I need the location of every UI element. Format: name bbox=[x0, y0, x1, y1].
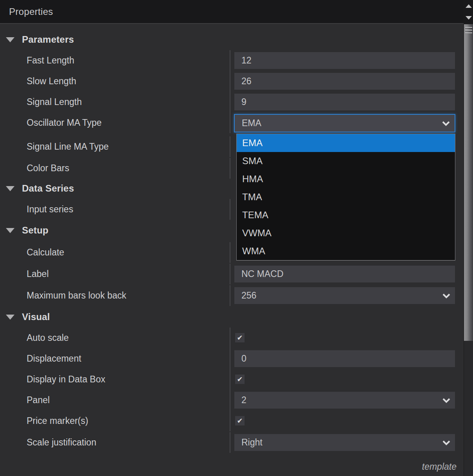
scrollbar-button-box bbox=[464, 0, 473, 24]
field-label: Scale justification bbox=[27, 432, 96, 453]
collapse-triangle-icon bbox=[6, 186, 14, 191]
displacement-input[interactable]: 0 bbox=[234, 350, 455, 367]
dropdown-option-vwma[interactable]: VWMA bbox=[237, 224, 455, 242]
auto-scale-checkbox[interactable]: ✔ bbox=[235, 333, 245, 342]
field-label: Signal Length bbox=[27, 92, 82, 112]
field-label: Signal Line MA Type bbox=[27, 136, 109, 157]
scrollbar-track[interactable] bbox=[464, 24, 473, 476]
field-label: Oscillator MA Type bbox=[27, 112, 101, 133]
field-value: 2 bbox=[234, 395, 246, 405]
field-label: Price marker(s) bbox=[27, 411, 88, 431]
arrow-down-icon bbox=[466, 16, 472, 20]
field-label: Display in Data Box bbox=[27, 369, 105, 390]
fast-length-input[interactable]: 12 bbox=[234, 52, 455, 69]
dropdown-option-sma[interactable]: SMA bbox=[237, 152, 455, 170]
field-value: NC MACD bbox=[234, 269, 283, 279]
scroll-down-button[interactable] bbox=[464, 12, 473, 24]
slow-length-input[interactable]: 26 bbox=[234, 73, 455, 90]
field-label: Input series bbox=[27, 199, 73, 220]
checkmark-icon: ✔ bbox=[237, 417, 243, 424]
row-slow-length: Slow Length 26 bbox=[0, 71, 464, 92]
row-label: Label NC MACD bbox=[0, 264, 464, 284]
collapse-triangle-icon bbox=[6, 228, 14, 233]
price-markers-checkbox[interactable]: ✔ bbox=[235, 416, 245, 425]
properties-panel: Properties Parameters Fast Length 12 Slo… bbox=[0, 0, 473, 476]
combobox-value: EMA bbox=[235, 118, 261, 129]
chevron-down-icon bbox=[442, 293, 450, 299]
section-title: Parameters bbox=[22, 34, 74, 45]
chevron-down-icon bbox=[442, 440, 450, 445]
row-scale-justification: Scale justification Right bbox=[0, 432, 464, 453]
field-label: Panel bbox=[27, 390, 50, 411]
section-title: Data Series bbox=[22, 183, 74, 194]
field-label: Calculate bbox=[27, 242, 64, 263]
row-maximum-bars-look-back: Maximum bars look back 256 bbox=[0, 285, 464, 306]
field-label: Fast Length bbox=[27, 50, 74, 71]
titlebar: Properties bbox=[0, 0, 464, 24]
field-label: Label bbox=[27, 264, 49, 284]
panel-title: Properties bbox=[0, 6, 53, 17]
section-visual[interactable]: Visual bbox=[0, 308, 464, 326]
row-displacement: Displacement 0 bbox=[0, 348, 464, 369]
chevron-down-icon bbox=[442, 121, 450, 126]
display-in-data-box-checkbox[interactable]: ✔ bbox=[235, 375, 245, 384]
dropdown-option-hma[interactable]: HMA bbox=[237, 170, 455, 188]
signal-length-input[interactable]: 9 bbox=[234, 94, 455, 110]
maximum-bars-select[interactable]: 256 bbox=[234, 287, 455, 304]
field-label: Slow Length bbox=[27, 71, 76, 92]
row-fast-length: Fast Length 12 bbox=[0, 50, 464, 71]
scrollbar-thumb[interactable] bbox=[464, 24, 473, 341]
grip-icon bbox=[465, 27, 472, 34]
oscillator-ma-type-dropdown-list: EMA SMA HMA TMA TEMA VWMA WMA bbox=[236, 134, 455, 261]
panel-select[interactable]: 2 bbox=[234, 392, 455, 409]
field-value: 9 bbox=[234, 97, 246, 107]
arrow-up-icon bbox=[466, 4, 472, 8]
chevron-down-icon bbox=[442, 398, 450, 403]
scroll-up-button[interactable] bbox=[464, 0, 473, 12]
collapse-triangle-icon bbox=[6, 37, 14, 42]
section-title: Setup bbox=[22, 225, 49, 236]
collapse-triangle-icon bbox=[6, 315, 14, 320]
field-label: Auto scale bbox=[27, 328, 69, 348]
field-value: 26 bbox=[234, 76, 252, 87]
scale-justification-select[interactable]: Right bbox=[234, 434, 455, 451]
field-value: 256 bbox=[234, 290, 256, 301]
field-value: Right bbox=[234, 437, 263, 448]
dropdown-option-tma[interactable]: TMA bbox=[237, 188, 455, 206]
row-price-markers: Price marker(s) ✔ bbox=[0, 411, 464, 431]
row-display-in-data-box: Display in Data Box ✔ bbox=[0, 369, 464, 390]
row-panel: Panel 2 bbox=[0, 390, 464, 411]
field-value: 0 bbox=[234, 353, 246, 364]
template-label: template bbox=[300, 462, 457, 472]
field-label: Displacement bbox=[27, 348, 81, 369]
dropdown-option-ema[interactable]: EMA bbox=[237, 134, 455, 152]
label-input[interactable]: NC MACD bbox=[234, 266, 455, 282]
field-label: Maximum bars look back bbox=[27, 285, 126, 306]
field-value: 12 bbox=[234, 55, 252, 66]
section-title: Visual bbox=[22, 311, 50, 322]
row-oscillator-ma-type: Oscillator MA Type EMA bbox=[0, 112, 464, 133]
checkmark-icon: ✔ bbox=[237, 334, 243, 341]
dropdown-option-wma[interactable]: WMA bbox=[237, 242, 455, 260]
row-signal-length: Signal Length 9 bbox=[0, 92, 464, 112]
row-auto-scale: Auto scale ✔ bbox=[0, 328, 464, 348]
scrollbar bbox=[464, 0, 473, 476]
section-parameters[interactable]: Parameters bbox=[0, 31, 464, 49]
checkmark-icon: ✔ bbox=[237, 376, 243, 383]
dropdown-option-tema[interactable]: TEMA bbox=[237, 206, 455, 224]
field-label: Color Bars bbox=[27, 158, 69, 179]
oscillator-ma-type-combobox[interactable]: EMA bbox=[234, 114, 455, 132]
